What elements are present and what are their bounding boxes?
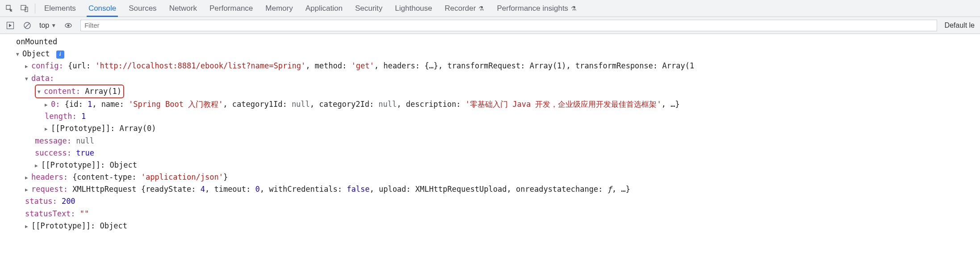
- prop-text: , withCredentials:: [260, 185, 347, 194]
- expand-toggle[interactable]: [35, 160, 41, 169]
- prop-string: 'get': [352, 61, 374, 70]
- tab-memory[interactable]: Memory: [259, 0, 299, 17]
- expand-toggle[interactable]: [16, 49, 22, 58]
- prop-text: , …}: [662, 100, 680, 109]
- prop-number: 4: [201, 185, 205, 194]
- tab-lighthouse[interactable]: Lighthouse: [389, 0, 438, 17]
- prop-text: , name:: [92, 100, 129, 109]
- object-root[interactable]: Object i: [4, 48, 980, 60]
- property-status: status: 200: [4, 195, 980, 207]
- expand-toggle[interactable]: [38, 87, 44, 96]
- expand-toggle[interactable]: [45, 124, 51, 133]
- execute-icon[interactable]: [4, 19, 17, 32]
- prop-key: message:: [35, 136, 76, 145]
- object-prototype[interactable]: [[Prototype]]: Object: [4, 220, 980, 232]
- prop-key: config:: [31, 61, 63, 70]
- prop-function: ƒ: [607, 185, 612, 194]
- info-icon[interactable]: i: [56, 51, 64, 59]
- expand-toggle[interactable]: [25, 185, 31, 194]
- tab-network[interactable]: Network: [163, 0, 203, 17]
- property-data[interactable]: data:: [4, 72, 980, 84]
- svg-point-6: [67, 24, 70, 26]
- expand-toggle[interactable]: [25, 221, 31, 230]
- tab-label: Security: [355, 4, 382, 13]
- tab-recorder[interactable]: Recorder⚗: [439, 0, 491, 17]
- tab-label: Recorder: [445, 4, 476, 13]
- prop-string: 'application/json': [141, 173, 223, 181]
- prop-string: 'http://localhost:8881/ebook/list?name=S…: [95, 61, 306, 70]
- property-message: message: null: [4, 135, 980, 147]
- prop-value: Array(1): [85, 87, 121, 96]
- context-selector[interactable]: top ▼: [36, 21, 60, 30]
- tab-label: Elements: [44, 4, 76, 13]
- property-request[interactable]: request: XMLHttpRequest {readyState: 4, …: [4, 183, 980, 195]
- array-length: length: 1: [4, 110, 980, 122]
- prop-key: 0:: [51, 100, 65, 109]
- prop-number: 1: [88, 100, 92, 109]
- tab-sources[interactable]: Sources: [122, 0, 163, 17]
- prop-text: }: [223, 173, 228, 181]
- prop-key: [[Prototype]]:: [41, 160, 110, 169]
- prop-text: {content-type:: [72, 173, 141, 181]
- property-headers[interactable]: headers: {content-type: 'application/jso…: [4, 171, 980, 183]
- prop-value: Object: [100, 221, 127, 230]
- prop-null: null: [76, 136, 94, 145]
- live-expression-icon[interactable]: [62, 19, 75, 32]
- tab-application[interactable]: Application: [299, 0, 349, 17]
- device-toggle-icon[interactable]: [18, 2, 31, 15]
- tab-performance-insights[interactable]: Performance insights⚗: [490, 0, 583, 17]
- prop-string: "": [80, 209, 89, 218]
- devtools-tab-bar: Elements Console Sources Network Perform…: [0, 0, 980, 17]
- clear-console-icon[interactable]: [21, 19, 34, 32]
- tab-label: Performance insights: [497, 4, 568, 13]
- data-prototype[interactable]: [[Prototype]]: Object: [4, 159, 980, 171]
- flask-icon: ⚗: [571, 5, 577, 12]
- expand-toggle[interactable]: [25, 173, 31, 181]
- log-line: onMounted: [4, 36, 980, 48]
- property-success: success: true: [4, 147, 980, 159]
- tab-label: Network: [169, 4, 197, 13]
- prop-value: Array(0): [120, 124, 156, 133]
- property-content[interactable]: content: Array(1): [4, 84, 980, 98]
- tab-elements[interactable]: Elements: [38, 0, 82, 17]
- tab-performance[interactable]: Performance: [203, 0, 259, 17]
- expand-toggle[interactable]: [45, 100, 51, 109]
- expand-toggle[interactable]: [25, 74, 31, 83]
- prop-text: , headers:: [374, 61, 425, 70]
- filter-input[interactable]: [80, 20, 937, 31]
- prop-text: , category1Id:: [223, 100, 292, 109]
- tab-console[interactable]: Console: [82, 0, 122, 17]
- chevron-down-icon: ▼: [51, 22, 56, 29]
- tab-label: Console: [88, 4, 116, 13]
- console-output: onMounted Object i config: {url: 'http:/…: [0, 34, 980, 234]
- prop-number: 0: [255, 185, 260, 194]
- prop-text: , upload:: [369, 185, 415, 194]
- prop-text: {…}: [424, 61, 438, 70]
- tab-label: Application: [306, 4, 343, 13]
- devtools-tabs: Elements Console Sources Network Perform…: [38, 0, 583, 17]
- inspect-icon[interactable]: [3, 2, 16, 15]
- prop-number: 1: [81, 112, 86, 121]
- prop-text: Array(1): [530, 61, 566, 70]
- expand-toggle[interactable]: [25, 61, 31, 70]
- array-prototype[interactable]: [[Prototype]]: Array(0): [4, 122, 980, 135]
- levels-label: Default le: [944, 21, 975, 29]
- prop-text: , transformResponse:: [566, 61, 662, 70]
- prop-text: , description:: [397, 100, 465, 109]
- tab-security[interactable]: Security: [349, 0, 389, 17]
- prop-text: , …}: [612, 185, 630, 194]
- tab-label: Memory: [265, 4, 293, 13]
- svg-line-4: [25, 23, 29, 27]
- context-label: top: [39, 21, 49, 30]
- prop-key: headers:: [31, 173, 72, 181]
- prop-string: 'Spring Boot 入门教程': [129, 100, 223, 109]
- prop-key: data:: [31, 74, 54, 83]
- log-levels-selector[interactable]: Default le: [941, 21, 978, 30]
- property-config[interactable]: config: {url: 'http://localhost:8881/ebo…: [4, 60, 980, 72]
- tab-label: Performance: [209, 4, 253, 13]
- tab-label: Sources: [129, 4, 156, 13]
- flask-icon: ⚗: [478, 5, 484, 12]
- prop-string: '零基础入门 Java 开发，企业级应用开发最佳首选框架': [465, 100, 662, 109]
- prop-text: {url:: [68, 61, 95, 70]
- array-item-0[interactable]: 0: {id: 1, name: 'Spring Boot 入门教程', cat…: [4, 98, 980, 110]
